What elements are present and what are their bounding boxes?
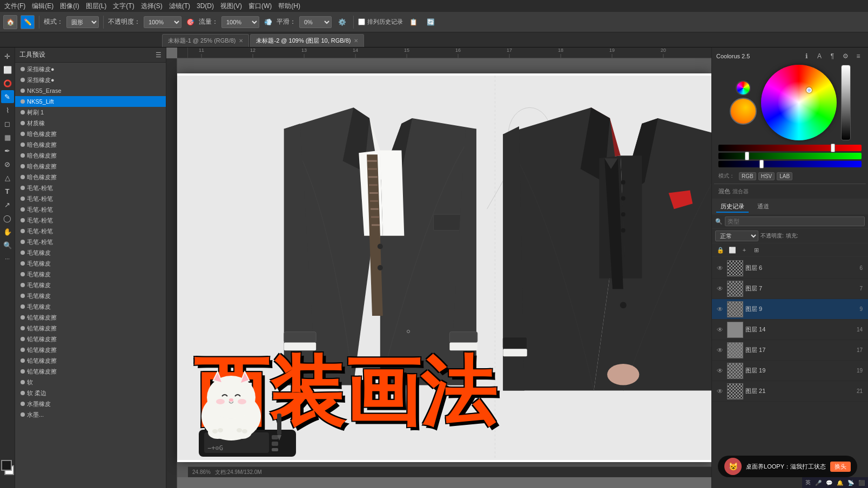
airbrush-icon[interactable]: 💨 <box>263 15 273 29</box>
brush-item-26[interactable]: 铅笔橡皮擦 <box>15 344 166 355</box>
move-tool[interactable]: ✛ <box>1 50 14 63</box>
stamp-tool[interactable]: ⌇ <box>1 104 14 117</box>
brush-item-1[interactable]: 采指橡皮● <box>15 74 166 85</box>
layer-item-0[interactable]: 👁 图层 6 6 <box>712 258 868 279</box>
brush-item-16[interactable]: 毛笔-粉笔 <box>15 236 166 247</box>
red-slider[interactable] <box>718 145 862 151</box>
brush-item-29[interactable]: 软 <box>15 377 166 388</box>
layer-item-3[interactable]: 👁 图层 14 14 <box>712 320 868 340</box>
lasso-tool[interactable]: ⭕ <box>1 77 14 90</box>
mic-icon[interactable]: 🎤 <box>815 480 822 486</box>
layer-item-4[interactable]: 👁 图层 17 17 <box>712 340 868 361</box>
lock-position-icon[interactable]: + <box>739 245 750 255</box>
brush-item-25[interactable]: 铅笔橡皮擦 <box>15 334 166 344</box>
brush-item-7[interactable]: 暗色橡皮擦 <box>15 139 166 150</box>
tray-icon-3[interactable]: 📡 <box>847 480 854 486</box>
coolorus-type-icon[interactable]: A <box>814 51 825 62</box>
history-checkbox-label[interactable]: 排列历史记录 <box>358 18 403 26</box>
path-select-tool[interactable]: ↗ <box>1 198 14 211</box>
layer-visibility-6[interactable]: 👁 <box>715 387 725 396</box>
menu-item-select[interactable]: 选择(S) <box>141 2 163 11</box>
canvas-content[interactable]: 西装画法 <box>177 58 711 477</box>
lock-pixels-icon[interactable]: ⬜ <box>727 245 738 255</box>
layer-visibility-3[interactable]: 👁 <box>715 325 725 335</box>
mode-select[interactable]: 圆形 <box>66 16 99 28</box>
brush-item-27[interactable]: 铅笔橡皮擦 <box>15 355 166 366</box>
brush-item-9[interactable]: 暗色橡皮擦 <box>15 161 166 172</box>
brush-item-3[interactable]: NKS5_Lift <box>15 96 166 107</box>
history-icon-1[interactable]: 📋 <box>406 15 420 29</box>
opacity-select[interactable]: 100% <box>144 16 181 28</box>
brush-item-31[interactable]: 水墨橡皮 <box>15 398 166 409</box>
brush-item-20[interactable]: 毛笔橡皮 <box>15 280 166 290</box>
coolorus-config-icon[interactable]: ⚙ <box>840 51 851 62</box>
menu-item-file[interactable]: 文件(F) <box>4 2 25 11</box>
brush-item-21[interactable]: 毛笔橡皮 <box>15 290 166 301</box>
layer-visibility-4[interactable]: 👁 <box>715 345 725 355</box>
history-icon-2[interactable]: 🔄 <box>423 15 438 29</box>
layer-visibility-0[interactable]: 👁 <box>715 263 725 273</box>
brush-item-8[interactable]: 暗色橡皮擦 <box>15 150 166 161</box>
lock-artboards-icon[interactable]: ⊞ <box>751 245 762 255</box>
menu-item-edit[interactable]: 编辑(E) <box>32 2 53 11</box>
notification-action-button[interactable]: 换头 <box>830 462 851 472</box>
history-tab-history[interactable]: 历史记录 <box>716 201 749 213</box>
brush-item-13[interactable]: 毛笔-粉笔 <box>15 204 166 215</box>
layer-visibility-2[interactable]: 👁 <box>715 304 725 314</box>
small-swatch-1[interactable] <box>736 80 751 96</box>
foreground-color-swatch[interactable] <box>1 460 12 471</box>
coolorus-info-icon[interactable]: ℹ <box>801 51 812 62</box>
shape-tool[interactable]: △ <box>1 171 14 184</box>
zoom-tool[interactable]: 🔍 <box>1 239 14 252</box>
brush-item-22[interactable]: 毛笔橡皮 <box>15 301 166 312</box>
brush-item-32[interactable]: 水墨... <box>15 409 166 420</box>
menu-item-text[interactable]: 文字(T) <box>113 2 134 11</box>
crop-tool[interactable]: ⊘ <box>1 158 14 171</box>
tray-icon-2[interactable]: 🔔 <box>837 480 843 486</box>
big-swatch-gold[interactable] <box>730 98 757 125</box>
hand-tool[interactable]: ✋ <box>1 225 14 238</box>
tab-0-close[interactable]: ✕ <box>239 38 243 44</box>
brush-item-23[interactable]: 铅笔橡皮擦 <box>15 312 166 323</box>
brush-item-2[interactable]: NKS5_Erase <box>15 85 166 96</box>
brush-item-6[interactable]: 暗色橡皮擦 <box>15 128 166 139</box>
brush-item-12[interactable]: 毛笔-粉笔 <box>15 193 166 204</box>
tab-0[interactable]: 未标题-1 @ 25% (RGB/8) ✕ <box>162 34 249 47</box>
history-checkbox[interactable] <box>358 18 365 25</box>
ime-indicator[interactable]: 英 <box>805 479 811 486</box>
settings-icon[interactable]: ⚙️ <box>335 15 349 29</box>
coolorus-expand-icon[interactable]: ≡ <box>853 51 864 62</box>
brush-item-28[interactable]: 铅笔橡皮擦 <box>15 366 166 377</box>
lock-all-icon[interactable]: 🔒 <box>715 245 726 255</box>
menu-item-window[interactable]: 窗口(W) <box>248 2 272 11</box>
type-tool[interactable]: T <box>1 185 14 198</box>
brightness-slider[interactable] <box>841 65 851 140</box>
canvas-area[interactable]: 11121314151617181920 <box>166 48 711 488</box>
brush-item-11[interactable]: 毛笔-粉笔 <box>15 182 166 193</box>
brush-tool-button[interactable]: ✏️ <box>21 15 35 29</box>
layer-item-5[interactable]: 👁 图层 19 19 <box>712 361 868 381</box>
layer-item-2[interactable]: 👁 图层 9 9 <box>712 299 868 320</box>
brush-item-19[interactable]: 毛笔橡皮 <box>15 269 166 280</box>
menu-item-view[interactable]: 视图(V) <box>220 2 242 11</box>
color-wheel[interactable] <box>761 65 837 140</box>
tray-icon-1[interactable]: 💬 <box>826 480 832 486</box>
more-tools[interactable]: ··· <box>1 252 14 265</box>
menu-item-3d[interactable]: 3D(D) <box>197 2 214 10</box>
tray-icon-4[interactable]: ⬛ <box>858 480 865 486</box>
pen-tool[interactable]: ✒ <box>1 144 14 157</box>
blue-slider[interactable] <box>718 161 862 167</box>
lab-mode-button[interactable]: LAB <box>777 172 792 180</box>
brush-item-17[interactable]: 毛笔橡皮 <box>15 247 166 258</box>
gradient-tool[interactable]: ▦ <box>1 131 14 144</box>
green-slider[interactable] <box>718 153 862 159</box>
brush-item-30[interactable]: 软 柔边 <box>15 388 166 398</box>
layer-item-6[interactable]: 👁 图层 21 21 <box>712 381 868 402</box>
layer-item-1[interactable]: 👁 图层 7 7 <box>712 279 868 299</box>
brush-item-24[interactable]: 铅笔橡皮擦 <box>15 323 166 334</box>
home-button[interactable]: 🏠 <box>3 15 17 29</box>
brush-panel-menu-icon[interactable]: ☰ <box>156 51 162 59</box>
tab-1-close[interactable]: ✕ <box>354 38 358 44</box>
menu-item-image[interactable]: 图像(I) <box>60 2 79 11</box>
tab-1[interactable]: 未标题-2 @ 109% (图层 10, RGB/8) ✕ <box>250 34 364 47</box>
